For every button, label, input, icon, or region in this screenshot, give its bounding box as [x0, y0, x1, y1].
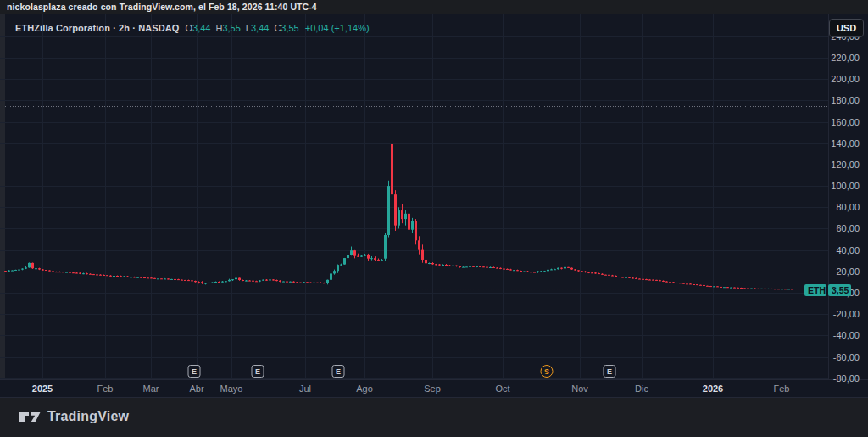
price-tick-label: 100,00	[831, 181, 860, 191]
split-badge[interactable]: S	[541, 365, 554, 378]
price-tick-label: 20,00	[836, 266, 860, 277]
symbol-info-row[interactable]: ETHZilla Corporation · 2h · NASDAQ O3,44…	[15, 22, 370, 34]
earnings-badge[interactable]: E	[332, 365, 345, 378]
time-tick-label: Oct	[495, 384, 509, 394]
price-tick-label: 180,00	[831, 95, 860, 105]
price-tick-label: 140,00	[831, 138, 860, 148]
footer-bar: TradingView	[0, 398, 868, 437]
time-tick-label: Mar	[143, 384, 159, 394]
symbol-description[interactable]: ETHZilla Corporation · 2h · NASDAQ	[15, 23, 179, 33]
time-tick-label: Mayo	[220, 384, 243, 394]
price-tick-label: 80,00	[836, 202, 860, 212]
currency-unit-button[interactable]: USD	[829, 19, 864, 37]
price-tick-label: -60,00	[833, 352, 860, 362]
candlestick-series[interactable]	[4, 107, 793, 289]
price-tick-label: 40,00	[836, 245, 860, 255]
ohlc-item: H3,55	[215, 23, 240, 33]
time-tick-label: 2026	[703, 384, 723, 394]
ohlc-item: C3,55	[274, 23, 298, 33]
tradingview-logo[interactable]: TradingView	[19, 409, 129, 424]
symbol-price-flag: ETHZ	[804, 284, 826, 296]
time-tick-label: Ago	[356, 384, 373, 394]
price-tick-label: -20,00	[833, 309, 860, 319]
time-tick-label: 2025	[32, 384, 53, 394]
price-tick-label: 200,00	[831, 74, 860, 84]
price-scale[interactable]: 240,00220,00200,00180,00160,00140,00120,…	[828, 14, 868, 379]
price-tick-label: -40,00	[833, 330, 860, 340]
tradingview-logo-icon	[19, 409, 42, 424]
earnings-badge[interactable]: E	[252, 365, 264, 378]
tradingview-logo-text: TradingView	[47, 409, 129, 424]
time-tick-label: Dic	[635, 384, 648, 394]
attribution-text: nickolasplaza creado con TradingView.com…	[0, 0, 868, 14]
ohlc-values: O3,44H3,55L3,44C3,55	[185, 23, 298, 33]
time-tick-label: Nov	[571, 384, 588, 394]
price-tick-label: 120,00	[831, 160, 860, 170]
time-tick-label: Feb	[97, 384, 114, 394]
price-tick-label: -80,00	[833, 373, 860, 384]
last-price-flag: 3,55	[828, 284, 851, 296]
time-tick-label: Sep	[424, 384, 441, 394]
earnings-badge[interactable]: E	[188, 365, 201, 378]
time-tick-label: Jul	[299, 384, 311, 394]
time-tick-label: Abr	[189, 384, 203, 394]
price-tick-label: 160,00	[831, 117, 860, 127]
change-value: +0,04 (+1,14%)	[305, 23, 370, 33]
chart-canvas[interactable]	[0, 0, 868, 437]
earnings-badge[interactable]: E	[604, 365, 616, 378]
price-tick-label: 60,00	[836, 223, 860, 233]
ohlc-item: O3,44	[185, 23, 210, 33]
ohlc-item: L3,44	[246, 23, 270, 33]
time-tick-label: Feb	[774, 384, 790, 394]
price-tick-label: 220,00	[831, 53, 860, 63]
time-scale[interactable]: 2025FebMarAbrMayoJulAgoSepOctNovDic2026F…	[0, 379, 868, 398]
